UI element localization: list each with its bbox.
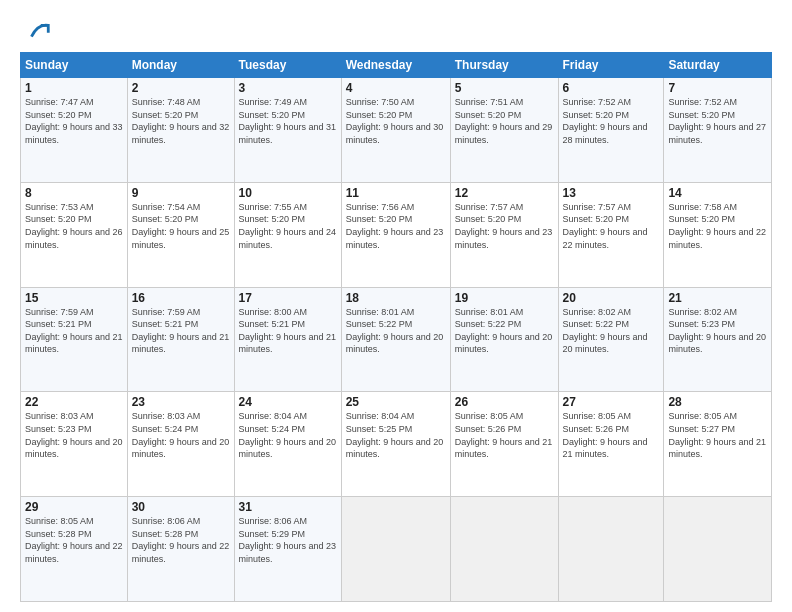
week-row-5: 29 Sunrise: 8:05 AM Sunset: 5:28 PM Dayl… [21,497,772,602]
day-cell: 29 Sunrise: 8:05 AM Sunset: 5:28 PM Dayl… [21,497,128,602]
day-info: Sunrise: 8:05 AM Sunset: 5:26 PM Dayligh… [455,411,553,459]
day-number: 12 [455,186,554,200]
day-info: Sunrise: 8:05 AM Sunset: 5:27 PM Dayligh… [668,411,766,459]
day-cell: 27 Sunrise: 8:05 AM Sunset: 5:26 PM Dayl… [558,392,664,497]
day-cell [450,497,558,602]
day-cell: 9 Sunrise: 7:54 AM Sunset: 5:20 PM Dayli… [127,182,234,287]
day-info: Sunrise: 7:59 AM Sunset: 5:21 PM Dayligh… [132,307,230,355]
day-number: 23 [132,395,230,409]
day-cell: 25 Sunrise: 8:04 AM Sunset: 5:25 PM Dayl… [341,392,450,497]
day-info: Sunrise: 7:56 AM Sunset: 5:20 PM Dayligh… [346,202,444,250]
day-cell: 12 Sunrise: 7:57 AM Sunset: 5:20 PM Dayl… [450,182,558,287]
col-header-friday: Friday [558,53,664,78]
day-info: Sunrise: 7:52 AM Sunset: 5:20 PM Dayligh… [563,97,648,145]
day-info: Sunrise: 7:47 AM Sunset: 5:20 PM Dayligh… [25,97,123,145]
day-cell: 10 Sunrise: 7:55 AM Sunset: 5:20 PM Dayl… [234,182,341,287]
col-header-tuesday: Tuesday [234,53,341,78]
day-cell: 7 Sunrise: 7:52 AM Sunset: 5:20 PM Dayli… [664,78,772,183]
day-info: Sunrise: 7:52 AM Sunset: 5:20 PM Dayligh… [668,97,766,145]
calendar-header-row: SundayMondayTuesdayWednesdayThursdayFrid… [21,53,772,78]
page: SundayMondayTuesdayWednesdayThursdayFrid… [0,0,792,612]
day-cell [341,497,450,602]
day-cell: 31 Sunrise: 8:06 AM Sunset: 5:29 PM Dayl… [234,497,341,602]
day-cell: 15 Sunrise: 7:59 AM Sunset: 5:21 PM Dayl… [21,287,128,392]
day-info: Sunrise: 8:03 AM Sunset: 5:23 PM Dayligh… [25,411,123,459]
day-number: 3 [239,81,337,95]
day-cell [558,497,664,602]
day-info: Sunrise: 7:49 AM Sunset: 5:20 PM Dayligh… [239,97,337,145]
day-cell: 2 Sunrise: 7:48 AM Sunset: 5:20 PM Dayli… [127,78,234,183]
day-info: Sunrise: 8:02 AM Sunset: 5:22 PM Dayligh… [563,307,648,355]
day-info: Sunrise: 7:50 AM Sunset: 5:20 PM Dayligh… [346,97,444,145]
day-number: 8 [25,186,123,200]
day-number: 7 [668,81,767,95]
day-cell [664,497,772,602]
day-cell: 28 Sunrise: 8:05 AM Sunset: 5:27 PM Dayl… [664,392,772,497]
day-info: Sunrise: 7:55 AM Sunset: 5:20 PM Dayligh… [239,202,337,250]
day-number: 30 [132,500,230,514]
day-number: 22 [25,395,123,409]
logo-icon [24,16,52,44]
day-number: 19 [455,291,554,305]
day-cell: 5 Sunrise: 7:51 AM Sunset: 5:20 PM Dayli… [450,78,558,183]
col-header-wednesday: Wednesday [341,53,450,78]
day-number: 27 [563,395,660,409]
day-info: Sunrise: 8:06 AM Sunset: 5:28 PM Dayligh… [132,516,230,564]
day-number: 16 [132,291,230,305]
day-info: Sunrise: 8:06 AM Sunset: 5:29 PM Dayligh… [239,516,337,564]
day-cell: 26 Sunrise: 8:05 AM Sunset: 5:26 PM Dayl… [450,392,558,497]
day-number: 24 [239,395,337,409]
day-cell: 21 Sunrise: 8:02 AM Sunset: 5:23 PM Dayl… [664,287,772,392]
day-number: 11 [346,186,446,200]
day-info: Sunrise: 7:54 AM Sunset: 5:20 PM Dayligh… [132,202,230,250]
day-number: 13 [563,186,660,200]
day-info: Sunrise: 7:58 AM Sunset: 5:20 PM Dayligh… [668,202,766,250]
day-cell: 8 Sunrise: 7:53 AM Sunset: 5:20 PM Dayli… [21,182,128,287]
header [20,16,772,44]
week-row-1: 1 Sunrise: 7:47 AM Sunset: 5:20 PM Dayli… [21,78,772,183]
day-cell: 4 Sunrise: 7:50 AM Sunset: 5:20 PM Dayli… [341,78,450,183]
day-info: Sunrise: 8:05 AM Sunset: 5:28 PM Dayligh… [25,516,123,564]
day-info: Sunrise: 7:51 AM Sunset: 5:20 PM Dayligh… [455,97,553,145]
day-number: 5 [455,81,554,95]
day-info: Sunrise: 8:04 AM Sunset: 5:25 PM Dayligh… [346,411,444,459]
day-cell: 13 Sunrise: 7:57 AM Sunset: 5:20 PM Dayl… [558,182,664,287]
day-info: Sunrise: 8:01 AM Sunset: 5:22 PM Dayligh… [455,307,553,355]
day-info: Sunrise: 8:03 AM Sunset: 5:24 PM Dayligh… [132,411,230,459]
day-cell: 18 Sunrise: 8:01 AM Sunset: 5:22 PM Dayl… [341,287,450,392]
day-cell: 16 Sunrise: 7:59 AM Sunset: 5:21 PM Dayl… [127,287,234,392]
day-number: 14 [668,186,767,200]
day-number: 9 [132,186,230,200]
week-row-4: 22 Sunrise: 8:03 AM Sunset: 5:23 PM Dayl… [21,392,772,497]
day-info: Sunrise: 8:00 AM Sunset: 5:21 PM Dayligh… [239,307,337,355]
day-cell: 6 Sunrise: 7:52 AM Sunset: 5:20 PM Dayli… [558,78,664,183]
day-info: Sunrise: 8:04 AM Sunset: 5:24 PM Dayligh… [239,411,337,459]
day-number: 31 [239,500,337,514]
day-number: 17 [239,291,337,305]
day-info: Sunrise: 7:57 AM Sunset: 5:20 PM Dayligh… [455,202,553,250]
day-number: 21 [668,291,767,305]
col-header-thursday: Thursday [450,53,558,78]
day-cell: 20 Sunrise: 8:02 AM Sunset: 5:22 PM Dayl… [558,287,664,392]
col-header-saturday: Saturday [664,53,772,78]
day-info: Sunrise: 8:05 AM Sunset: 5:26 PM Dayligh… [563,411,648,459]
day-info: Sunrise: 8:02 AM Sunset: 5:23 PM Dayligh… [668,307,766,355]
day-number: 2 [132,81,230,95]
calendar: SundayMondayTuesdayWednesdayThursdayFrid… [20,52,772,602]
col-header-sunday: Sunday [21,53,128,78]
day-number: 1 [25,81,123,95]
day-number: 20 [563,291,660,305]
day-info: Sunrise: 7:59 AM Sunset: 5:21 PM Dayligh… [25,307,123,355]
day-cell: 11 Sunrise: 7:56 AM Sunset: 5:20 PM Dayl… [341,182,450,287]
day-cell: 14 Sunrise: 7:58 AM Sunset: 5:20 PM Dayl… [664,182,772,287]
day-number: 29 [25,500,123,514]
day-cell: 19 Sunrise: 8:01 AM Sunset: 5:22 PM Dayl… [450,287,558,392]
day-cell: 22 Sunrise: 8:03 AM Sunset: 5:23 PM Dayl… [21,392,128,497]
day-number: 25 [346,395,446,409]
day-info: Sunrise: 7:48 AM Sunset: 5:20 PM Dayligh… [132,97,230,145]
day-number: 26 [455,395,554,409]
day-info: Sunrise: 8:01 AM Sunset: 5:22 PM Dayligh… [346,307,444,355]
day-info: Sunrise: 7:57 AM Sunset: 5:20 PM Dayligh… [563,202,648,250]
day-cell: 24 Sunrise: 8:04 AM Sunset: 5:24 PM Dayl… [234,392,341,497]
day-number: 15 [25,291,123,305]
